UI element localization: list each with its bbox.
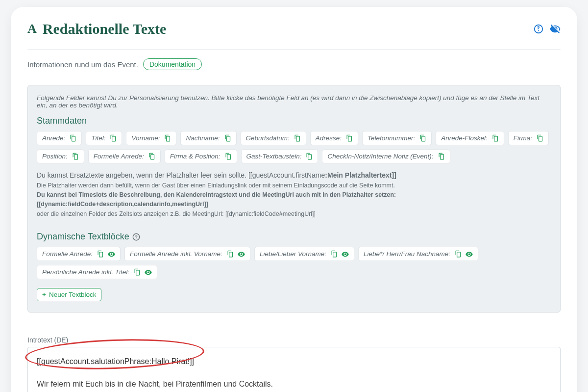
chip-label: Telefonnummer: [368, 134, 415, 142]
copy-icon[interactable] [224, 153, 232, 160]
chip-label: Liebe/Lieber Vorname: [260, 250, 326, 258]
introtext-field: Introtext (DE) [[guestAccount.salutation… [27, 336, 561, 392]
chip-label: Anrede: [42, 134, 65, 142]
introtext-label: Introtext (DE) [27, 336, 561, 344]
editor-line-placeholder: [[guestAccount.salutationPhrase:Hallo Pi… [37, 357, 551, 366]
copy-icon[interactable] [72, 153, 79, 160]
copy-icon[interactable] [419, 134, 426, 142]
placeholder-chip[interactable]: CheckIn-Notiz/Interne Notiz (Event): [322, 149, 450, 163]
copy-icon[interactable] [224, 134, 231, 142]
new-textblock-label: Neuer Textblock [49, 291, 97, 298]
help-icon[interactable]: ? [132, 233, 140, 241]
placeholder-chip[interactable]: Titel: [86, 131, 122, 145]
chip-label: Firma: [514, 134, 532, 142]
copy-icon[interactable] [536, 134, 543, 142]
chip-label: Vorname: [131, 134, 160, 142]
placeholder-chip[interactable]: Position: [37, 149, 84, 163]
copy-icon[interactable] [491, 134, 499, 142]
placeholder-chip[interactable]: Firma: [508, 131, 549, 145]
placeholder-chip[interactable]: Formelle Anrede: [88, 149, 161, 163]
stammdaten-heading: Stammdaten [37, 116, 551, 126]
chip-label: Adresse: [316, 134, 342, 142]
placeholder-chip[interactable]: Gast-Textbaustein: [241, 149, 318, 163]
copy-icon[interactable] [164, 134, 171, 142]
new-textblock-button[interactable]: + Neuer Textblock [37, 288, 101, 301]
copy-icon[interactable] [109, 134, 117, 142]
page-header: A Redaktionelle Texte [27, 21, 561, 37]
visibility-off-icon[interactable] [550, 24, 561, 34]
placeholder-chip[interactable]: Liebe/Lieber Vorname: [254, 247, 354, 261]
chip-label: Geburtsdatum: [246, 134, 290, 142]
chip-label: Persönliche Anrede inkl. Titel: [42, 268, 129, 276]
chip-label: Gast-Textbaustein: [246, 153, 302, 160]
dynamic-chip-row: Formelle Anrede:Formelle Anrede inkl. Vo… [37, 247, 551, 279]
placeholder-chip[interactable]: Adresse: [310, 131, 358, 145]
intro-text: Informationen rund um das Event. [27, 60, 138, 69]
chip-label: Liebe*r Herr/Frau Nachname: [364, 250, 450, 258]
chip-label: Firma & Position: [170, 153, 220, 160]
copy-icon[interactable] [148, 153, 155, 160]
page-title: Redaktionelle Texte [43, 21, 167, 37]
copy-icon[interactable] [438, 153, 445, 160]
copy-icon[interactable] [294, 134, 301, 142]
chip-label: Titel: [91, 134, 105, 142]
divider [27, 49, 561, 50]
placeholder-chip[interactable]: Vorname: [126, 131, 176, 145]
placeholder-chip[interactable]: Nachname: [180, 131, 236, 145]
chip-label: Formelle Anrede: [42, 250, 93, 258]
placeholder-chip[interactable]: Anrede-Floskel: [436, 131, 504, 145]
copy-icon[interactable] [454, 250, 462, 258]
chip-label: Formelle Anrede: [94, 153, 144, 160]
introtext-editor[interactable]: [[guestAccount.salutationPhrase:Hallo Pi… [27, 347, 561, 392]
editor-line-body: Wir feiern mit Euch bis in die Nacht, be… [37, 380, 551, 389]
panel-lead-text: Folgende Felder kannst Du zur Personalis… [37, 94, 551, 109]
dynamic-blocks-heading: Dynamische Textblöcke ? [37, 232, 551, 242]
placeholder-chip[interactable]: Formelle Anrede: [37, 247, 121, 261]
stammdaten-chip-row: Anrede:Titel:Vorname:Nachname:Geburtsdat… [37, 131, 551, 163]
copy-icon[interactable] [305, 153, 313, 160]
svg-text:?: ? [135, 234, 138, 239]
plus-icon: + [42, 291, 46, 298]
placeholder-chip[interactable]: Formelle Anrede inkl. Vorname: [124, 247, 250, 261]
placeholder-chip[interactable]: Anrede: [37, 131, 82, 145]
placeholder-chip[interactable]: Telefonnummer: [362, 131, 432, 145]
font-icon: A [27, 23, 37, 35]
help-icon[interactable] [533, 24, 544, 34]
chip-label: Formelle Anrede inkl. Vorname: [130, 250, 222, 258]
preview-icon[interactable] [466, 250, 473, 258]
copy-icon[interactable] [133, 268, 141, 276]
copy-icon[interactable] [69, 134, 76, 142]
placeholder-chip[interactable]: Firma & Position: [165, 149, 237, 163]
chip-label: Position: [42, 153, 68, 160]
copy-icon[interactable] [97, 250, 104, 258]
copy-icon[interactable] [330, 250, 338, 258]
preview-icon[interactable] [342, 250, 349, 258]
preview-icon[interactable] [145, 268, 152, 276]
preview-icon[interactable] [108, 250, 115, 258]
copy-icon[interactable] [345, 134, 353, 142]
preview-icon[interactable] [238, 250, 245, 258]
personalization-panel: Folgende Felder kannst Du zur Personalis… [27, 85, 561, 313]
copy-icon[interactable] [226, 250, 234, 258]
placeholder-chip[interactable]: Geburtsdatum: [241, 131, 306, 145]
chip-label: Nachname: [186, 134, 220, 142]
placeholder-chip[interactable]: Liebe*r Herr/Frau Nachname: [358, 247, 478, 261]
placeholder-chip[interactable]: Persönliche Anrede inkl. Titel: [37, 265, 157, 279]
chip-label: CheckIn-Notiz/Interne Notiz (Event): [327, 153, 433, 160]
placeholder-explanation: Du kannst Ersatztexte angeben, wenn der … [37, 170, 551, 219]
chip-label: Anrede-Floskel: [441, 134, 488, 142]
documentation-link[interactable]: Dokumentation [143, 58, 202, 70]
